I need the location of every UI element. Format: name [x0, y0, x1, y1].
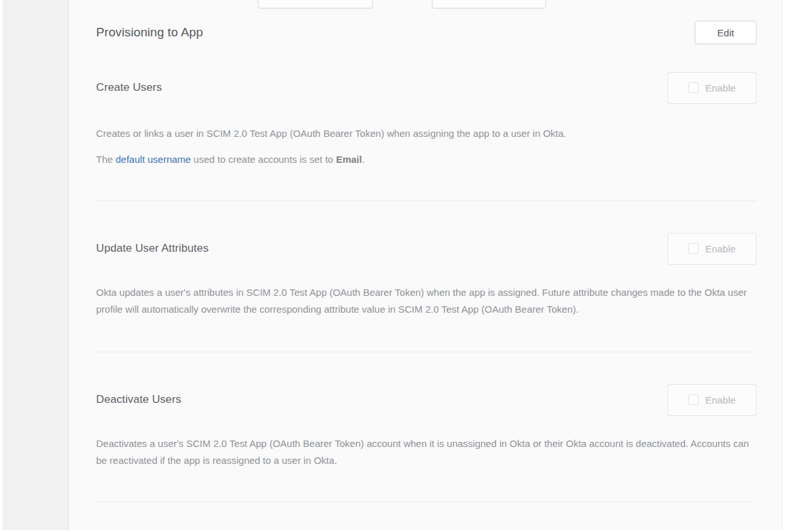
- edit-button[interactable]: Edit: [695, 21, 756, 44]
- enable-label: Enable: [705, 82, 736, 93]
- enable-toggle-create-users[interactable]: Enable: [668, 72, 756, 104]
- section-create-users: Create Users Enable Creates or links a u…: [96, 71, 756, 201]
- deactivate-users-description: Deactivates a user's SCIM 2.0 Test App (…: [96, 435, 756, 469]
- enable-checkbox-deactivate-users[interactable]: [688, 394, 699, 405]
- provisioning-settings-panel: Provisioning to App Edit Create Users En…: [69, 0, 782, 530]
- enable-label: Enable: [705, 243, 736, 254]
- panel-content: Provisioning to App Edit Create Users En…: [69, 0, 756, 502]
- section-title-deactivate-users: Deactivate Users: [96, 393, 181, 406]
- create-users-description: Creates or links a user in SCIM 2.0 Test…: [96, 125, 756, 142]
- enable-label: Enable: [705, 394, 736, 405]
- section-title-create-users: Create Users: [96, 81, 162, 94]
- default-username-value: Email: [336, 154, 362, 165]
- default-username-prefix: The: [96, 154, 116, 165]
- section-title-update-user-attributes: Update User Attributes: [96, 242, 208, 255]
- default-username-link[interactable]: default username: [116, 154, 191, 165]
- section-divider: [96, 502, 756, 502]
- default-username-middle: used to create accounts is set to: [191, 154, 336, 165]
- update-user-attributes-description: Okta updates a user's attributes in SCIM…: [96, 284, 756, 318]
- section-update-user-attributes: Update User Attributes Enable Okta updat…: [96, 232, 756, 352]
- page-title: Provisioning to App: [96, 25, 203, 40]
- left-sidebar: [3, 0, 69, 530]
- enable-toggle-deactivate-users[interactable]: Enable: [668, 384, 756, 416]
- enable-checkbox-create-users[interactable]: [688, 82, 699, 93]
- section-divider: [96, 352, 756, 352]
- enable-checkbox-update-user-attributes[interactable]: [688, 243, 699, 254]
- default-username-line: The default username used to create acco…: [96, 151, 756, 168]
- section-deactivate-users: Deactivate Users Enable Deactivates a us…: [96, 383, 756, 502]
- section-divider: [96, 200, 756, 201]
- enable-toggle-update-user-attributes[interactable]: Enable: [668, 233, 756, 265]
- provisioning-to-app-header: Provisioning to App Edit: [96, 21, 756, 44]
- default-username-suffix: .: [362, 154, 364, 165]
